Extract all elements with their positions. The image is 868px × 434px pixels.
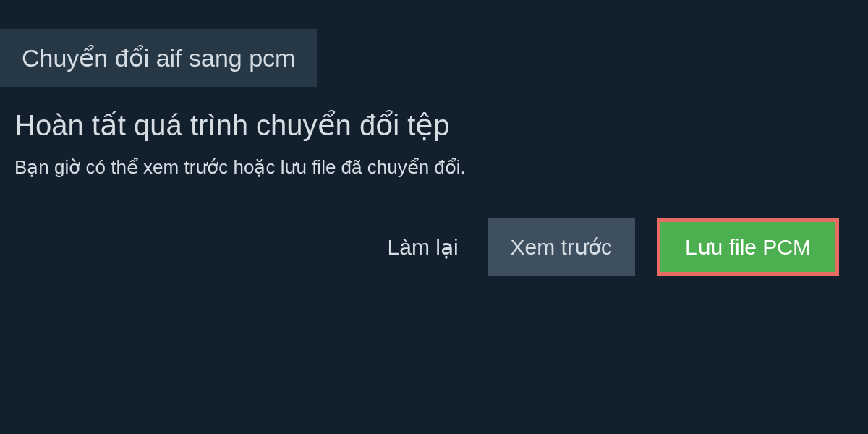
tab-label: Chuyển đổi aif sang pcm xyxy=(22,44,295,72)
preview-button[interactable]: Xem trước xyxy=(488,218,635,276)
tab-convert[interactable]: Chuyển đổi aif sang pcm xyxy=(0,29,317,87)
redo-link[interactable]: Làm lại xyxy=(388,234,459,260)
content-panel: Hoàn tất quá trình chuyển đổi tệp Bạn gi… xyxy=(0,87,868,276)
page-heading: Hoàn tất quá trình chuyển đổi tệp xyxy=(14,109,854,142)
actions-row: Làm lại Xem trước Lưu file PCM xyxy=(14,218,854,276)
page-description: Bạn giờ có thể xem trước hoặc lưu file đ… xyxy=(14,156,854,179)
save-button[interactable]: Lưu file PCM xyxy=(657,218,839,276)
